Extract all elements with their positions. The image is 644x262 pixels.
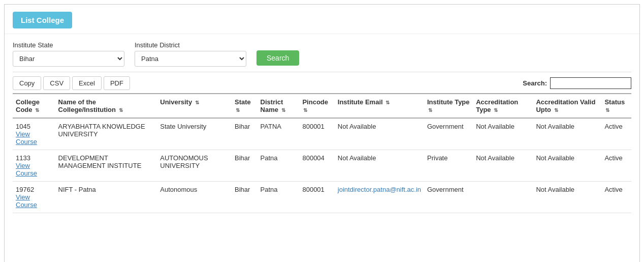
cell-pincode: 800001 <box>299 118 334 150</box>
sort-icon-status[interactable]: ⇅ <box>605 107 609 113</box>
cell-institute-type: Private <box>424 150 473 182</box>
cell-institute-email: Not Available <box>335 118 424 150</box>
cell-university: AUTONOMOUS UNIVERSITY <box>157 150 232 182</box>
col-accreditation-type: Accreditation Type ⇅ <box>473 94 533 118</box>
copy-button[interactable]: Copy <box>13 76 41 90</box>
cell-institute-type: Government <box>424 182 473 213</box>
cell-status: Active <box>601 118 631 150</box>
view-course-link[interactable]: View Course <box>16 130 52 145</box>
cell-name: ARYABHATTA KNOWLEDGE UNIVERSITY <box>55 118 157 150</box>
cell-college-code: 19762View Course <box>13 182 55 213</box>
sort-icon-district[interactable]: ⇅ <box>281 107 285 113</box>
cell-accreditation-valid: Not Available <box>533 150 601 182</box>
table-search-input[interactable] <box>550 77 631 89</box>
col-status: Status ⇅ <box>601 94 631 118</box>
col-college-code: College Code ⇅ <box>13 94 55 118</box>
table-row: 1133View CourseDEVELOPMENT MANAGEMENT IN… <box>13 150 631 182</box>
cell-institute-email: Not Available <box>335 150 424 182</box>
cell-pincode: 800004 <box>299 150 334 182</box>
cell-state: Bihar <box>232 182 257 213</box>
col-institute-email: Institute Email ⇅ <box>335 94 424 118</box>
col-district-name: District Name ⇅ <box>257 94 300 118</box>
table-search-label: Search: <box>523 79 547 87</box>
table-row: 1045View CourseARYABHATTA KNOWLEDGE UNIV… <box>13 118 631 150</box>
cell-state: Bihar <box>232 118 257 150</box>
sort-icon-pincode[interactable]: ⇅ <box>303 107 307 113</box>
view-course-link[interactable]: View Course <box>16 193 52 209</box>
sort-icon-university[interactable]: ⇅ <box>195 100 199 105</box>
sort-icon-college-code[interactable]: ⇅ <box>35 107 39 113</box>
cell-institute-email: jointdirector.patna@nift.ac.in <box>335 182 424 213</box>
cell-status: Active <box>601 150 631 182</box>
institute-state-select[interactable]: Bihar <box>13 51 124 67</box>
cell-accreditation-type: Not Available <box>473 150 533 182</box>
cell-district-name: Patna <box>257 182 300 213</box>
cell-pincode: 800001 <box>299 182 334 213</box>
table-row: 19762View CourseNIFT - PatnaAutonomousBi… <box>13 182 631 213</box>
institute-district-label: Institute District <box>135 41 246 49</box>
col-accreditation-valid: Accreditation Valid Upto ⇅ <box>533 94 601 118</box>
cell-district-name: PATNA <box>257 118 300 150</box>
cell-status: Active <box>601 182 631 213</box>
college-code-value: 19762 <box>16 186 34 193</box>
cell-university: Autonomous <box>157 182 232 213</box>
page-wrapper: List College Institute State Bihar Insti… <box>4 4 640 262</box>
sort-icon-accr-type[interactable]: ⇅ <box>494 107 498 113</box>
district-filter-group: Institute District Patna <box>135 41 246 67</box>
col-state: State ⇅ <box>232 94 257 118</box>
list-college-button[interactable]: List College <box>13 12 72 28</box>
filter-row: Institute State Bihar Institute District… <box>5 34 639 72</box>
sort-icon-inst-type[interactable]: ⇅ <box>428 107 432 113</box>
institute-district-select[interactable]: Patna <box>135 51 246 67</box>
table-search-row: Search: <box>523 77 631 89</box>
college-table: College Code ⇅ Name of the College/Insti… <box>13 93 631 213</box>
col-pincode: Pincode ⇅ <box>299 94 334 118</box>
college-code-value: 1133 <box>16 154 30 162</box>
institute-state-label: Institute State <box>13 41 124 49</box>
view-course-link[interactable]: View Course <box>16 162 52 177</box>
cell-district-name: Patna <box>257 150 300 182</box>
state-filter-group: Institute State Bihar <box>13 41 124 67</box>
sort-icon-accr-valid[interactable]: ⇅ <box>554 107 558 113</box>
college-code-value: 1045 <box>16 123 30 130</box>
cell-accreditation-type <box>473 182 533 213</box>
csv-button[interactable]: CSV <box>43 76 70 90</box>
cell-accreditation-valid: Not Available <box>533 182 601 213</box>
col-university: University ⇅ <box>157 94 232 118</box>
cell-university: State University <box>157 118 232 150</box>
toolbar-row: Copy CSV Excel PDF Search: <box>5 72 639 93</box>
export-buttons: Copy CSV Excel PDF <box>13 76 130 90</box>
table-wrapper: College Code ⇅ Name of the College/Insti… <box>5 93 639 221</box>
pdf-button[interactable]: PDF <box>104 76 130 90</box>
cell-accreditation-valid: Not Available <box>533 118 601 150</box>
cell-state: Bihar <box>232 150 257 182</box>
sort-icon-name[interactable]: ⇅ <box>119 107 123 113</box>
table-header-row: College Code ⇅ Name of the College/Insti… <box>13 94 631 118</box>
sort-icon-state[interactable]: ⇅ <box>236 107 240 113</box>
sort-icon-email[interactable]: ⇅ <box>385 100 390 105</box>
cell-college-code: 1045View Course <box>13 118 55 150</box>
col-name: Name of the College/Institution ⇅ <box>55 94 157 118</box>
header-bar: List College <box>5 5 639 34</box>
cell-name: NIFT - Patna <box>55 182 157 213</box>
cell-institute-type: Government <box>424 118 473 150</box>
email-link[interactable]: jointdirector.patna@nift.ac.in <box>338 186 421 193</box>
col-institute-type: Institute Type ⇅ <box>424 94 473 118</box>
cell-college-code: 1133View Course <box>13 150 55 182</box>
cell-accreditation-type: Not Available <box>473 118 533 150</box>
search-button[interactable]: Search <box>256 50 299 66</box>
cell-name: DEVELOPMENT MANAGEMENT INSTITUTE <box>55 150 157 182</box>
excel-button[interactable]: Excel <box>72 76 102 90</box>
